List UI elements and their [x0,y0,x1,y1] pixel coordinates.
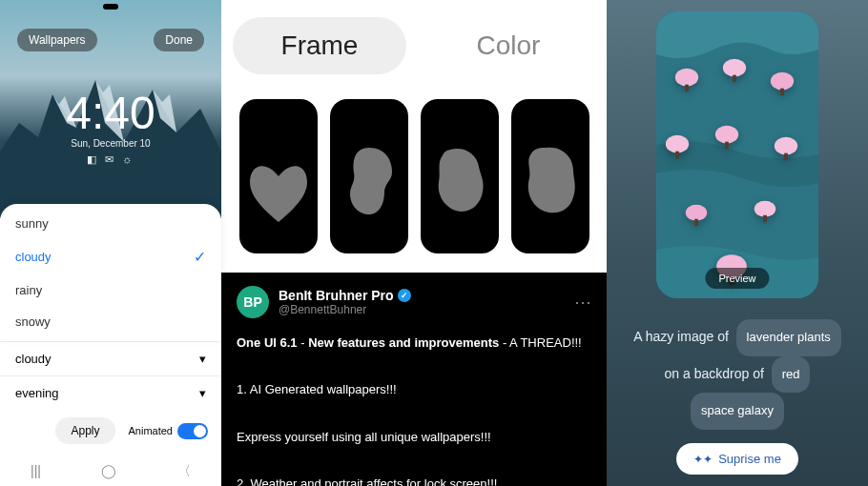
tab-strip: Frame Color [221,0,607,93]
tab-color[interactable]: Color [422,17,595,74]
svg-rect-8 [675,152,679,158]
animated-label: Animated [129,425,173,436]
tweet-line: 2. Weather and portrait affects for lock… [237,473,591,486]
svg-rect-10 [725,142,729,149]
frame-shape-heart[interactable] [239,99,318,253]
surprise-label: Suprise me [718,452,781,466]
weather-option-cloudy[interactable]: cloudy ✓ [0,239,221,274]
weather-option-sunny[interactable]: sunny [0,208,221,239]
dropdown-weather[interactable]: cloudy ▾ [0,341,221,375]
prompt-chip-color[interactable]: red [772,356,811,394]
svg-point-15 [754,201,775,217]
check-icon: ✓ [194,248,206,266]
device-notch [103,4,118,10]
weather-option-label: cloudy [15,250,52,264]
clock-time: 4:40 [0,91,221,136]
android-nav-bar: ||| ◯ 〈 [0,452,221,486]
prompt-chip-setting[interactable]: space galaxy [691,393,784,430]
clock-date: Sun, December 10 [0,138,221,149]
animated-toggle-wrap: Animated [129,423,208,439]
svg-rect-14 [694,219,698,226]
weather-option-label: sunny [15,216,49,231]
svg-rect-2 [685,85,689,91]
nav-recent-icon[interactable]: ||| [31,463,41,480]
apply-button[interactable]: Apply [55,417,114,444]
prompt-text: A hazy image of lavender plants on a bac… [633,319,841,430]
weather-option-snowy[interactable]: snowy [0,306,221,337]
svg-point-9 [715,126,738,144]
phone-preview[interactable]: Preview [656,11,818,298]
tweet-author-block: BenIt Bruhner Pro ✓ @BennettBuhner [279,288,411,316]
tweet-handle[interactable]: @BennettBuhner [279,303,411,316]
done-button[interactable]: Done [154,29,204,51]
preview-top-bar: Wallpapers Done [17,29,204,51]
preview-button[interactable]: Preview [705,268,769,289]
prompt-mid: on a backdrop of [665,366,764,381]
svg-point-1 [675,69,698,87]
dropdown-label: evening [15,386,59,400]
svg-point-13 [686,205,707,221]
verified-icon: ✓ [398,289,411,302]
tab-frame[interactable]: Frame [233,17,406,74]
svg-rect-6 [780,89,784,95]
wallpapers-button[interactable]: Wallpapers [17,29,97,51]
nav-home-icon[interactable]: ◯ [101,463,116,480]
lockscreen-preview: Wallpapers Done 4:40 Sun, December 10 ◧ … [0,0,221,218]
tweet-display-name[interactable]: BenIt Bruhner Pro ✓ [279,288,411,303]
svg-rect-16 [763,215,767,222]
svg-point-7 [666,135,689,153]
svg-point-5 [771,72,794,91]
chevron-down-icon: ▾ [199,386,206,400]
more-icon[interactable]: ⋯ [574,292,591,313]
frame-shape-blob1[interactable] [330,99,408,253]
tweet-body: One UI 6.1 - New features and improvemen… [237,332,591,486]
wallpaper-settings-panel: Wallpapers Done 4:40 Sun, December 10 ◧ … [0,0,221,486]
dropdown-time[interactable]: evening ▾ [0,375,221,410]
nav-back-icon[interactable]: 〈 [177,463,191,480]
frame-shape-blob2[interactable] [421,99,499,253]
weather-option-rainy[interactable]: rainy [0,274,221,306]
prompt-chip-subject[interactable]: lavender plants [736,319,841,356]
controls-row: Apply Animated [0,410,221,452]
chevron-down-icon: ▾ [199,352,206,366]
tweet-title: One UI 6.1 - New features and improvemen… [237,332,591,355]
weather-option-label: snowy [15,314,51,329]
dropdown-label: cloudy [15,352,52,366]
svg-point-3 [723,59,746,77]
tweet-line: Express yourself using all unique wallpa… [237,426,591,450]
frame-shape-row [221,93,607,273]
svg-point-11 [775,137,797,155]
tweet-card: BP BenIt Bruhner Pro ✓ @BennettBuhner ⋯ … [221,273,607,486]
animated-toggle[interactable] [177,423,208,439]
frame-shape-blob3[interactable] [511,99,589,253]
surprise-me-button[interactable]: ✦✦ Suprise me [676,443,798,475]
avatar[interactable]: BP [237,286,269,318]
weather-option-label: rainy [15,283,42,297]
weather-options-menu: sunny cloudy ✓ rainy snowy [0,204,221,341]
frame-color-panel: Frame Color BP BenIt Bruhner Pro ✓ @Benn… [221,0,607,486]
clock-notification-icons: ◧ ✉ ☼ [0,153,221,166]
ai-wallpaper-panel: Preview A hazy image of lavender plants … [607,0,868,486]
svg-rect-4 [733,75,736,82]
tweet-line: 1. AI Generated wallpapers!!! [237,378,591,402]
sparkle-icon: ✦✦ [693,453,713,466]
svg-rect-12 [784,153,788,160]
tweet-header: BP BenIt Bruhner Pro ✓ @BennettBuhner ⋯ [237,286,591,318]
lockscreen-clock: 4:40 Sun, December 10 ◧ ✉ ☼ [0,91,221,166]
prompt-prefix: A hazy image of [633,329,729,344]
